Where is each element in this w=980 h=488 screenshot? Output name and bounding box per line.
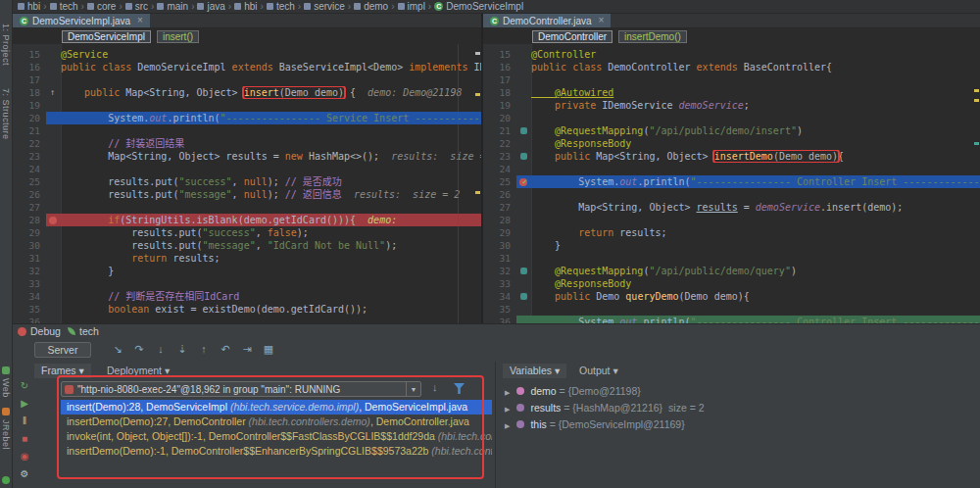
navbar-item[interactable]: hbi — [18, 1, 40, 12]
implements-method-icon[interactable] — [46, 86, 61, 99]
code-line[interactable]: 24 — [483, 163, 980, 175]
stack-frame-row[interactable]: insertDemo(Demo):-1, DemoController$$Enh… — [61, 444, 492, 459]
navbar-item[interactable]: tech — [267, 1, 295, 12]
code-line[interactable]: 16public class DemoServiceImpl extends B… — [13, 61, 481, 73]
step-out-icon[interactable]: ↑ — [197, 341, 211, 357]
variables-tab[interactable]: Variables ▾ — [503, 364, 566, 378]
navbar-item[interactable]: main — [157, 1, 188, 12]
code-line[interactable]: 22 @ResponseBody — [483, 137, 980, 150]
jrebel-tool-icon[interactable] — [2, 408, 10, 415]
deployment-tab[interactable]: Deployment ▾ — [107, 364, 170, 378]
navbar-item[interactable]: core — [87, 1, 116, 12]
code-line[interactable]: 32 } — [13, 265, 481, 277]
code-line[interactable]: 15@Service — [13, 48, 481, 61]
navbar-item[interactable]: src — [125, 1, 148, 12]
editor-tab[interactable]: CDemoController.java× — [483, 14, 611, 27]
code-line[interactable]: 31 — [483, 252, 980, 265]
code-line[interactable]: 29 results.put("success", false); — [13, 226, 481, 239]
code-line[interactable]: 18 @Autowired — [483, 86, 980, 99]
variable-row[interactable]: ▶this = {DemoServiceImpl@21169} — [495, 416, 980, 433]
spring-gutter-icon[interactable] — [516, 150, 531, 163]
code-line[interactable]: 36 — [13, 316, 481, 323]
code-line[interactable]: 33 @ResponseBody — [483, 277, 980, 290]
code-line[interactable]: 30 } — [483, 239, 980, 252]
code-line[interactable]: 30 results.put("message", "IdCard Not be… — [13, 239, 481, 252]
code-line[interactable]: 19 private IDemoService demoService; — [483, 99, 980, 112]
code-line[interactable]: 36 System.out.println("---------------- … — [483, 316, 980, 323]
code-line[interactable]: 23 public Map<String, Object> insertDemo… — [483, 150, 980, 163]
evaluate-expression-icon[interactable]: ▦ — [262, 341, 275, 357]
code-line[interactable]: 21 — [13, 124, 481, 137]
settings-icon[interactable]: ⚙ — [17, 467, 32, 480]
combo-dropdown-icon[interactable]: ▼ — [406, 382, 420, 396]
navbar-item[interactable]: demo — [354, 1, 388, 12]
drop-frame-icon[interactable]: ↶ — [219, 341, 232, 357]
editor-splitter[interactable] — [481, 14, 483, 323]
code-line[interactable]: 33 — [13, 277, 481, 290]
code-line[interactable]: 24 — [13, 163, 481, 175]
server-tab[interactable]: Server — [34, 342, 91, 358]
breadcrumb-method[interactable]: insertDemo() — [618, 30, 687, 43]
spring-gutter-icon[interactable] — [516, 124, 531, 137]
run-to-cursor-icon[interactable]: ⇥ — [240, 341, 254, 357]
navbar-item[interactable]: impl — [398, 1, 425, 12]
variable-row[interactable]: ▶results = {HashMap@21216}size = 2 — [495, 400, 980, 416]
code-line[interactable]: 34 public Demo queryDemo(Demo demo){ — [483, 290, 980, 303]
tool-window-button-project[interactable]: 1: Project — [1, 24, 11, 66]
code-line[interactable]: 17 — [13, 73, 481, 86]
tab-close-icon[interactable]: × — [137, 16, 143, 25]
frames-tab[interactable]: Frames ▾ — [34, 364, 91, 378]
code-line[interactable]: 26 — [483, 188, 980, 201]
tool-window-button-structure[interactable]: 7: Structure — [1, 88, 11, 140]
spring-gutter-icon[interactable] — [516, 290, 531, 303]
code-line[interactable]: 16public class DemoController extends Ba… — [483, 61, 980, 73]
breakpoint-verified-icon[interactable]: ✓ — [516, 175, 531, 188]
code-line[interactable]: 31 return results; — [13, 252, 481, 265]
editor-tab[interactable]: CDemoServiceImpl.java× — [13, 14, 150, 27]
spring-gutter-icon[interactable] — [516, 265, 531, 277]
expand-arrow-icon[interactable]: ▶ — [505, 422, 510, 429]
code-line[interactable]: 34 // 判断是否存在相同IdCard — [13, 290, 481, 303]
code-line[interactable]: 19 — [13, 99, 481, 112]
show-execution-point-icon[interactable]: ↘ — [111, 341, 124, 357]
code-line[interactable]: 25 results.put("success", null); // 是否成功 — [13, 175, 481, 188]
navbar-item[interactable]: hbi — [234, 1, 257, 12]
code-line[interactable]: 28 if(StringUtils.isBlank(demo.getIdCard… — [13, 214, 481, 226]
code-line[interactable]: 23 Map<String, Object> results = new Has… — [13, 150, 481, 163]
step-over-icon[interactable]: ↷ — [132, 341, 146, 357]
code-line[interactable]: 20 System.out.println("---------------- … — [13, 112, 481, 124]
code-line[interactable]: 20 — [483, 112, 980, 124]
stack-frame-row[interactable]: insert(Demo):28, DemoServiceImpl (hbi.te… — [61, 400, 492, 415]
pause-icon[interactable]: ‖ — [17, 415, 32, 427]
code-line[interactable]: 29 return results; — [483, 226, 980, 239]
code-line[interactable]: 17 — [483, 73, 980, 86]
resume-icon[interactable]: ▶ — [17, 397, 32, 410]
breadcrumb-class[interactable]: DemoServiceImpl — [62, 30, 151, 43]
code-line[interactable]: 18 public Map<String, Object> insert(Dem… — [13, 86, 481, 99]
breakpoint-icon[interactable] — [46, 214, 61, 226]
code-line[interactable]: 35 — [483, 303, 980, 316]
code-line[interactable]: 27 Map<String, Object> results = demoSer… — [483, 201, 980, 214]
tool-window-button-jrebel[interactable]: JRebel — [1, 419, 11, 450]
web-tool-icon[interactable] — [2, 366, 10, 374]
breadcrumb-method[interactable]: insert() — [157, 30, 199, 43]
output-tab[interactable]: Output ▾ — [579, 364, 618, 378]
code-line[interactable]: 26 results.put("message", null); // 返回信息… — [13, 188, 481, 201]
code-line[interactable]: 32 @RequestMapping("/api/public/demo/que… — [483, 265, 980, 277]
stack-frame-row[interactable]: insertDemo(Demo):27, DemoController (hbi… — [61, 415, 492, 429]
force-step-into-icon[interactable]: ⇣ — [175, 341, 189, 357]
navbar-item[interactable]: tech — [50, 1, 78, 12]
expand-arrow-icon[interactable]: ▶ — [505, 389, 510, 396]
navbar-item[interactable]: service — [304, 1, 345, 12]
thread-step-icon[interactable]: ↓ — [432, 381, 438, 393]
code-line[interactable]: 28 — [483, 214, 980, 226]
code-line[interactable]: 15@Controller — [483, 48, 980, 61]
stop-icon[interactable]: ■ — [17, 432, 32, 445]
code-line[interactable]: 25✓ System.out.println("----------------… — [483, 175, 980, 188]
variable-row[interactable]: ▶demo = {Demo@21198} — [495, 383, 980, 400]
thread-selector[interactable]: "http-nio-8080-exec-24"@18,962 in group … — [61, 381, 421, 397]
code-line[interactable]: 22 // 封装返回结果 — [13, 137, 481, 150]
code-line[interactable]: 21 @RequestMapping("/api/public/demo/ins… — [483, 124, 980, 137]
navbar-item[interactable]: java — [197, 1, 224, 12]
expand-arrow-icon[interactable]: ▶ — [505, 406, 510, 413]
